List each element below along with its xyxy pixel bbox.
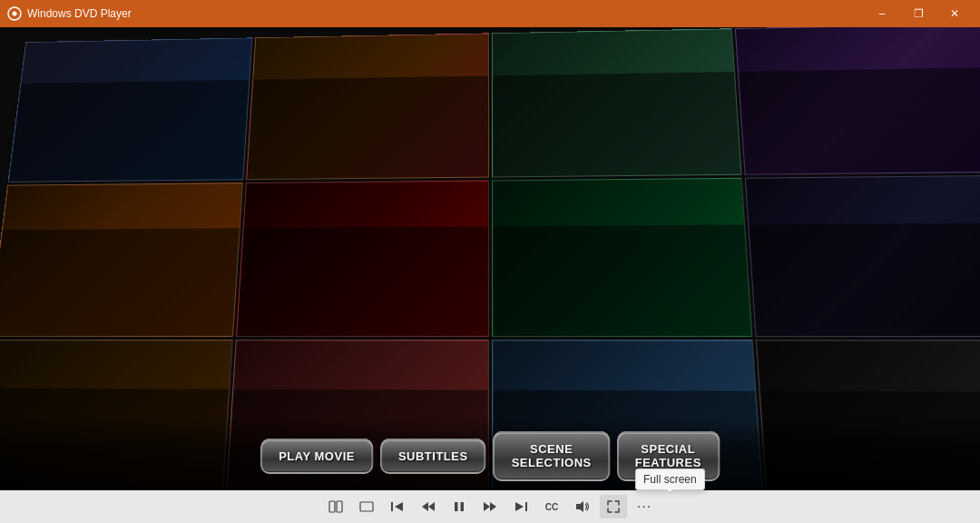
grid-cell-5 (0, 183, 243, 337)
pause-icon (452, 499, 466, 514)
restore-button[interactable]: ❐ (900, 0, 936, 27)
skip-back-icon (390, 499, 405, 514)
main-content: PLAY MOVIE SUBTItLeS SCENE SELECTIONS SP… (0, 27, 980, 490)
titlebar: Windows DVD Player – ❐ ✕ (0, 0, 980, 27)
aspect-ratio-button[interactable] (353, 495, 380, 518)
scene-selections-button[interactable]: SCENE SELECTIONS (494, 431, 610, 481)
svg-marker-8 (428, 502, 435, 511)
fast-forward-icon (483, 499, 497, 514)
svg-rect-9 (455, 502, 458, 511)
close-button[interactable]: ✕ (936, 0, 973, 27)
fullscreen-button[interactable] (600, 495, 627, 518)
toggle-panel-button[interactable] (322, 495, 349, 518)
svg-rect-5 (391, 502, 393, 511)
grid-cell-8 (745, 175, 980, 337)
fullscreen-icon (606, 499, 621, 514)
volume-icon (575, 499, 590, 514)
rewind-button[interactable] (415, 495, 442, 518)
fullscreen-tooltip: Full screen (635, 469, 705, 490)
skip-forward-icon (514, 499, 528, 514)
pause-button[interactable] (446, 495, 473, 518)
svg-marker-11 (484, 502, 490, 511)
volume-button[interactable] (569, 495, 596, 518)
grid-cell-6 (236, 180, 489, 337)
more-icon: ··· (637, 498, 652, 515)
fast-forward-button[interactable] (476, 495, 504, 518)
svg-marker-15 (576, 501, 583, 512)
svg-marker-7 (422, 502, 428, 511)
more-options-button[interactable]: ··· (631, 495, 658, 518)
svg-point-1 (13, 12, 17, 16)
svg-rect-13 (525, 502, 527, 511)
control-bar: Full screen (0, 490, 980, 523)
play-movie-button[interactable]: PLAY MOVIE (260, 439, 373, 475)
skip-forward-button[interactable] (507, 495, 534, 518)
grid-cell-3 (491, 28, 741, 177)
svg-rect-10 (461, 502, 465, 511)
svg-rect-2 (329, 501, 335, 512)
titlebar-controls: – ❐ ✕ (864, 0, 973, 27)
aspect-ratio-icon (359, 499, 374, 514)
grid-cell-7 (492, 178, 753, 337)
titlebar-title: Windows DVD Player (27, 7, 132, 20)
panel-icon (328, 499, 343, 514)
minimize-button[interactable]: – (864, 0, 900, 27)
svg-marker-6 (395, 502, 403, 511)
captions-button[interactable]: CC (538, 495, 565, 518)
rewind-icon (421, 499, 436, 514)
svg-rect-4 (360, 502, 373, 511)
skip-back-button[interactable] (384, 495, 411, 518)
app-icon (7, 6, 22, 21)
grid-cell-4 (735, 27, 980, 175)
grid-cell-2 (246, 33, 489, 180)
grid-cell-1 (8, 37, 253, 182)
titlebar-left: Windows DVD Player (7, 6, 132, 21)
svg-rect-3 (337, 501, 342, 512)
svg-marker-14 (515, 502, 524, 511)
cc-icon: CC (545, 502, 558, 512)
svg-marker-12 (490, 502, 496, 511)
dvd-menu: PLAY MOVIE SUBTItLeS SCENE SELECTIONS SP… (0, 27, 980, 490)
subtitles-button[interactable]: SUBTItLeS (380, 439, 486, 475)
